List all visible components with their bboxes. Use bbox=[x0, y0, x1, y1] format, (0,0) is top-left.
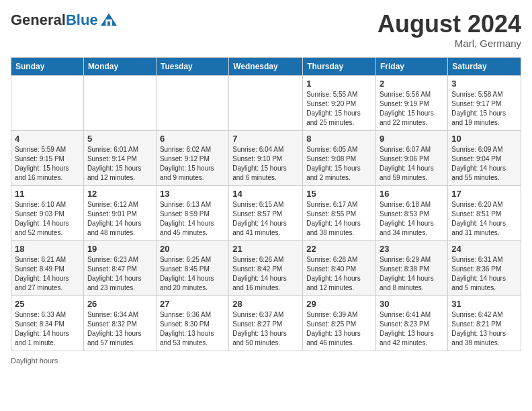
day-number: 28 bbox=[232, 299, 299, 309]
day-number: 7 bbox=[232, 134, 299, 144]
day-info: Sunrise: 6:07 AM Sunset: 9:06 PM Dayligh… bbox=[380, 145, 444, 183]
calendar-cell: 9Sunrise: 6:07 AM Sunset: 9:06 PM Daylig… bbox=[376, 130, 448, 185]
day-info: Sunrise: 6:12 AM Sunset: 9:01 PM Dayligh… bbox=[87, 200, 152, 238]
day-info: Sunrise: 6:36 AM Sunset: 8:30 PM Dayligh… bbox=[160, 310, 225, 348]
day-number: 6 bbox=[160, 134, 225, 144]
calendar-cell: 13Sunrise: 6:13 AM Sunset: 8:59 PM Dayli… bbox=[156, 185, 228, 240]
calendar-cell: 31Sunrise: 6:42 AM Sunset: 8:21 PM Dayli… bbox=[448, 295, 521, 351]
day-info: Sunrise: 6:39 AM Sunset: 8:25 PM Dayligh… bbox=[306, 310, 372, 348]
day-info: Sunrise: 6:21 AM Sunset: 8:49 PM Dayligh… bbox=[15, 255, 80, 293]
day-info: Sunrise: 6:37 AM Sunset: 8:27 PM Dayligh… bbox=[232, 310, 299, 348]
day-number: 20 bbox=[160, 244, 225, 254]
day-info: Sunrise: 6:15 AM Sunset: 8:57 PM Dayligh… bbox=[232, 200, 299, 238]
calendar-cell bbox=[83, 75, 156, 130]
day-info: Sunrise: 6:29 AM Sunset: 8:38 PM Dayligh… bbox=[380, 255, 444, 293]
calendar-cell: 16Sunrise: 6:18 AM Sunset: 8:53 PM Dayli… bbox=[376, 185, 448, 240]
header-wednesday: Wednesday bbox=[229, 57, 303, 75]
day-info: Sunrise: 5:59 AM Sunset: 9:15 PM Dayligh… bbox=[15, 145, 80, 183]
calendar-cell: 18Sunrise: 6:21 AM Sunset: 8:49 PM Dayli… bbox=[11, 240, 84, 295]
calendar-cell: 12Sunrise: 6:12 AM Sunset: 9:01 PM Dayli… bbox=[83, 185, 156, 240]
location-subtitle: Marl, Germany bbox=[378, 38, 521, 49]
day-number: 22 bbox=[306, 244, 372, 254]
calendar-cell: 23Sunrise: 6:29 AM Sunset: 8:38 PM Dayli… bbox=[376, 240, 448, 295]
day-info: Sunrise: 6:01 AM Sunset: 9:14 PM Dayligh… bbox=[87, 145, 152, 183]
day-info: Sunrise: 6:13 AM Sunset: 8:59 PM Dayligh… bbox=[160, 200, 225, 238]
week-row-1: 1Sunrise: 5:55 AM Sunset: 9:20 PM Daylig… bbox=[11, 75, 521, 130]
page-header: GeneralBlue August 2024 Marl, Germany bbox=[11, 11, 521, 49]
day-number: 5 bbox=[87, 134, 152, 144]
day-number: 24 bbox=[451, 244, 517, 254]
days-header-row: SundayMondayTuesdayWednesdayThursdayFrid… bbox=[11, 57, 521, 75]
day-info: Sunrise: 5:56 AM Sunset: 9:19 PM Dayligh… bbox=[380, 90, 444, 128]
day-info: Sunrise: 6:41 AM Sunset: 8:23 PM Dayligh… bbox=[380, 310, 444, 348]
calendar-cell: 27Sunrise: 6:36 AM Sunset: 8:30 PM Dayli… bbox=[156, 295, 228, 351]
day-number: 23 bbox=[380, 244, 444, 254]
day-info: Sunrise: 6:28 AM Sunset: 8:40 PM Dayligh… bbox=[306, 255, 372, 293]
title-area: August 2024 Marl, Germany bbox=[378, 11, 521, 49]
week-row-3: 11Sunrise: 6:10 AM Sunset: 9:03 PM Dayli… bbox=[11, 185, 521, 240]
day-number: 25 bbox=[15, 299, 80, 309]
day-info: Sunrise: 6:04 AM Sunset: 9:10 PM Dayligh… bbox=[232, 145, 299, 183]
day-number: 2 bbox=[380, 79, 444, 89]
calendar-cell: 8Sunrise: 6:05 AM Sunset: 9:08 PM Daylig… bbox=[303, 130, 376, 185]
month-year-title: August 2024 bbox=[378, 11, 521, 38]
calendar-cell bbox=[156, 75, 228, 130]
header-sunday: Sunday bbox=[11, 57, 84, 75]
day-number: 19 bbox=[87, 244, 152, 254]
calendar-cell: 25Sunrise: 6:33 AM Sunset: 8:34 PM Dayli… bbox=[11, 295, 84, 351]
calendar-cell: 11Sunrise: 6:10 AM Sunset: 9:03 PM Dayli… bbox=[11, 185, 84, 240]
week-row-2: 4Sunrise: 5:59 AM Sunset: 9:15 PM Daylig… bbox=[11, 130, 521, 185]
day-number: 14 bbox=[232, 189, 299, 199]
week-row-4: 18Sunrise: 6:21 AM Sunset: 8:49 PM Dayli… bbox=[11, 240, 521, 295]
calendar-cell: 10Sunrise: 6:09 AM Sunset: 9:04 PM Dayli… bbox=[448, 130, 521, 185]
day-number: 9 bbox=[380, 134, 444, 144]
header-thursday: Thursday bbox=[303, 57, 376, 75]
day-number: 12 bbox=[87, 189, 152, 199]
day-number: 27 bbox=[160, 299, 225, 309]
calendar-cell: 26Sunrise: 6:34 AM Sunset: 8:32 PM Dayli… bbox=[83, 295, 156, 351]
calendar-cell: 20Sunrise: 6:25 AM Sunset: 8:45 PM Dayli… bbox=[156, 240, 228, 295]
logo-blue-text: Blue bbox=[66, 11, 98, 28]
calendar-cell: 3Sunrise: 5:58 AM Sunset: 9:17 PM Daylig… bbox=[448, 75, 521, 130]
calendar-cell: 22Sunrise: 6:28 AM Sunset: 8:40 PM Dayli… bbox=[303, 240, 376, 295]
day-number: 18 bbox=[15, 244, 80, 254]
week-row-5: 25Sunrise: 6:33 AM Sunset: 8:34 PM Dayli… bbox=[11, 295, 521, 351]
day-number: 29 bbox=[306, 299, 372, 309]
calendar-cell: 21Sunrise: 6:26 AM Sunset: 8:42 PM Dayli… bbox=[229, 240, 303, 295]
calendar-cell: 6Sunrise: 6:02 AM Sunset: 9:12 PM Daylig… bbox=[156, 130, 228, 185]
day-info: Sunrise: 6:02 AM Sunset: 9:12 PM Dayligh… bbox=[160, 145, 225, 183]
day-info: Sunrise: 6:20 AM Sunset: 8:51 PM Dayligh… bbox=[451, 200, 517, 238]
day-number: 15 bbox=[306, 189, 372, 199]
day-number: 4 bbox=[15, 134, 80, 144]
day-number: 11 bbox=[15, 189, 80, 199]
calendar-cell: 14Sunrise: 6:15 AM Sunset: 8:57 PM Dayli… bbox=[229, 185, 303, 240]
header-friday: Friday bbox=[376, 57, 448, 75]
calendar-cell: 5Sunrise: 6:01 AM Sunset: 9:14 PM Daylig… bbox=[83, 130, 156, 185]
calendar-cell: 4Sunrise: 5:59 AM Sunset: 9:15 PM Daylig… bbox=[11, 130, 84, 185]
day-number: 8 bbox=[306, 134, 372, 144]
day-info: Sunrise: 6:34 AM Sunset: 8:32 PM Dayligh… bbox=[87, 310, 152, 348]
logo-general-text: General bbox=[11, 11, 66, 28]
calendar-cell: 30Sunrise: 6:41 AM Sunset: 8:23 PM Dayli… bbox=[376, 295, 448, 351]
day-number: 21 bbox=[232, 244, 299, 254]
footer-note: Daylight hours bbox=[11, 357, 521, 365]
calendar-cell: 28Sunrise: 6:37 AM Sunset: 8:27 PM Dayli… bbox=[229, 295, 303, 351]
day-info: Sunrise: 6:05 AM Sunset: 9:08 PM Dayligh… bbox=[306, 145, 372, 183]
calendar-cell: 24Sunrise: 6:31 AM Sunset: 8:36 PM Dayli… bbox=[448, 240, 521, 295]
day-number: 26 bbox=[87, 299, 152, 309]
day-info: Sunrise: 5:55 AM Sunset: 9:20 PM Dayligh… bbox=[306, 90, 372, 128]
calendar-cell: 17Sunrise: 6:20 AM Sunset: 8:51 PM Dayli… bbox=[448, 185, 521, 240]
logo: GeneralBlue bbox=[11, 11, 118, 30]
calendar-cell: 29Sunrise: 6:39 AM Sunset: 8:25 PM Dayli… bbox=[303, 295, 376, 351]
day-number: 13 bbox=[160, 189, 225, 199]
logo-icon bbox=[99, 11, 118, 30]
calendar-cell: 19Sunrise: 6:23 AM Sunset: 8:47 PM Dayli… bbox=[83, 240, 156, 295]
day-number: 31 bbox=[451, 299, 517, 309]
calendar-cell bbox=[11, 75, 84, 130]
day-info: Sunrise: 6:23 AM Sunset: 8:47 PM Dayligh… bbox=[87, 255, 152, 293]
day-number: 10 bbox=[451, 134, 517, 144]
header-tuesday: Tuesday bbox=[156, 57, 228, 75]
svg-rect-2 bbox=[107, 21, 110, 26]
day-info: Sunrise: 6:31 AM Sunset: 8:36 PM Dayligh… bbox=[451, 255, 517, 293]
day-number: 3 bbox=[451, 79, 517, 89]
